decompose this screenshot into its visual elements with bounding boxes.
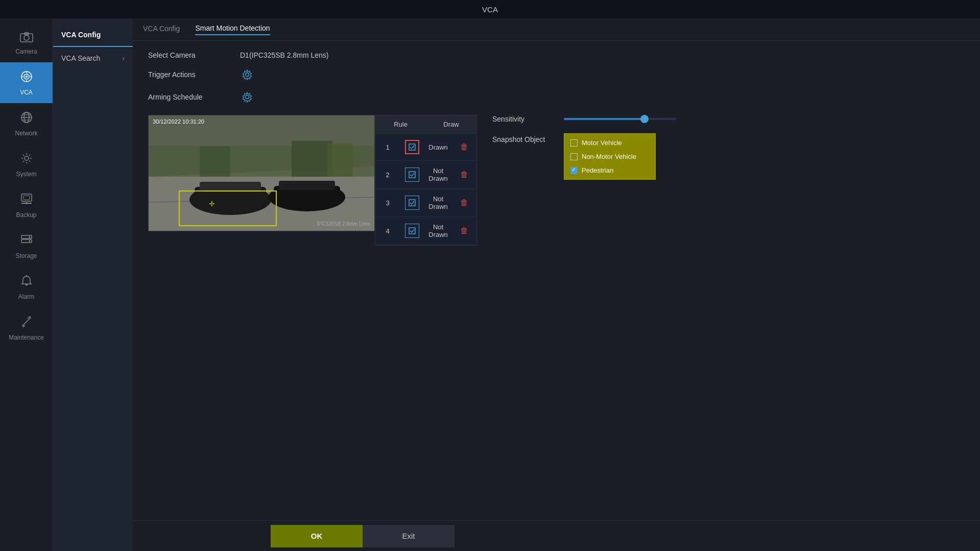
trigger-actions-row: Trigger Actions <box>148 67 965 82</box>
sidebar-label-alarm: Alarm <box>18 293 34 300</box>
rule-number-4: 4 <box>375 225 400 237</box>
sensitivity-slider-track[interactable] <box>564 118 676 120</box>
system-icon <box>19 151 34 167</box>
svg-line-51 <box>412 201 414 204</box>
tab-bar: VCA Config Smart Motion Detection <box>133 18 980 41</box>
maintenance-icon <box>19 315 34 331</box>
camera-icon <box>19 31 34 45</box>
alarm-icon <box>19 274 34 290</box>
svg-rect-16 <box>21 194 32 201</box>
svg-point-27 <box>246 95 249 99</box>
secondary-nav-label-vca-config: VCA Config <box>61 31 101 39</box>
storage-icon <box>19 233 34 249</box>
draw-btn-3[interactable] <box>400 194 424 212</box>
select-camera-value: D1(IPC325SB 2.8mm Lens) <box>240 51 329 59</box>
network-icon <box>19 110 34 127</box>
rule-status-2: Not Drawn <box>424 165 452 184</box>
sidebar-label-system: System <box>16 171 36 178</box>
sidebar-label-storage: Storage <box>15 252 37 259</box>
sidebar-item-network[interactable]: Network <box>0 103 53 144</box>
rules-table-header: Rule Draw <box>375 115 476 134</box>
sidebar-item-camera[interactable]: Camera <box>0 23 53 62</box>
trash-icon-3[interactable]: 🗑 <box>456 198 472 207</box>
svg-point-5 <box>26 76 28 78</box>
delete-btn-1[interactable]: 🗑 <box>452 140 476 154</box>
svg-rect-17 <box>23 196 30 200</box>
tab-smart-motion[interactable]: Smart Motion Detection <box>195 24 270 35</box>
rules-col-draw: Draw <box>426 115 476 133</box>
exit-button[interactable]: Exit <box>363 525 455 547</box>
rules-table: Rule Draw 1 <box>375 115 477 246</box>
sidebar-label-network: Network <box>15 130 37 137</box>
secondary-nav: VCA Config VCA Search › <box>53 18 133 551</box>
checkbox-motor-vehicle[interactable] <box>570 139 578 147</box>
svg-line-54 <box>412 229 414 232</box>
camera-view: 30/12/2022 10:31:20 <box>148 115 375 231</box>
option-label-motor-vehicle: Motor Vehicle <box>582 139 622 147</box>
draw-btn-2[interactable] <box>400 165 424 184</box>
snapshot-row: Snapshot Object Motor Vehicle Non-Motor … <box>492 133 965 180</box>
secondary-nav-item-vca-search[interactable]: VCA Search › <box>53 47 133 69</box>
snapshot-label: Snapshot Object <box>492 133 554 143</box>
option-non-motor-vehicle[interactable]: Non-Motor Vehicle <box>570 153 649 160</box>
sensitivity-slider-thumb[interactable] <box>640 115 649 123</box>
delete-btn-4[interactable]: 🗑 <box>452 224 476 237</box>
trash-icon-1[interactable]: 🗑 <box>456 142 472 152</box>
svg-rect-43 <box>409 144 415 150</box>
svg-point-1 <box>24 35 29 40</box>
trigger-actions-gear-button[interactable] <box>240 67 254 82</box>
select-camera-label: Select Camera <box>148 51 230 59</box>
ok-button[interactable]: OK <box>271 525 363 547</box>
table-row: 4 Not Drawn 🗑 <box>375 217 476 245</box>
checkbox-pedestrian[interactable] <box>570 167 578 174</box>
rule-number-1: 1 <box>375 141 400 153</box>
rule-number-2: 2 <box>375 169 400 181</box>
camera-watermark: IPC325SB 2.8mm Lens <box>317 221 371 227</box>
sidebar: Camera VCA <box>0 18 53 551</box>
rule-status-4: Not Drawn <box>424 221 452 241</box>
svg-rect-31 <box>292 141 332 177</box>
svg-line-48 <box>412 173 414 176</box>
chevron-right-icon: › <box>122 54 125 62</box>
tab-vca-config[interactable]: VCA Config <box>143 25 180 35</box>
sidebar-label-backup: Backup <box>16 211 36 219</box>
svg-rect-52 <box>409 228 415 234</box>
snapshot-object-dropdown[interactable]: Motor Vehicle Non-Motor Vehicle Pedestri… <box>564 133 656 180</box>
camera-rules-layout: 30/12/2022 10:31:20 <box>148 115 965 246</box>
svg-rect-46 <box>409 172 415 178</box>
sidebar-item-maintenance[interactable]: Maintenance <box>0 307 53 348</box>
table-row: 1 Drawn 🗑 <box>375 134 476 161</box>
table-row: 2 Not Drawn 🗑 <box>375 161 476 189</box>
draw-btn-4[interactable] <box>400 222 424 240</box>
delete-btn-2[interactable]: 🗑 <box>452 168 476 181</box>
camera-scene: ✛ <box>149 115 375 231</box>
rule-status-1: Drawn <box>424 141 452 153</box>
option-motor-vehicle[interactable]: Motor Vehicle <box>570 139 649 147</box>
arming-schedule-label: Arming Schedule <box>148 93 230 101</box>
arming-schedule-gear-button[interactable] <box>240 90 254 104</box>
top-bar: VCA <box>0 0 980 18</box>
option-pedestrian[interactable]: Pedestrian <box>570 166 649 174</box>
sidebar-item-backup[interactable]: Backup <box>0 185 53 226</box>
bottom-bar: OK Exit <box>133 520 980 551</box>
sidebar-item-alarm[interactable]: Alarm <box>0 267 53 307</box>
sidebar-item-system[interactable]: System <box>0 144 53 185</box>
vca-icon <box>19 69 34 86</box>
trash-icon-4[interactable]: 🗑 <box>456 226 472 235</box>
svg-point-23 <box>29 241 30 242</box>
main-content: Select Camera D1(IPC325SB 2.8mm Lens) Tr… <box>133 41 980 520</box>
svg-rect-33 <box>200 146 230 177</box>
checkbox-non-motor-vehicle[interactable] <box>570 153 578 160</box>
sidebar-item-storage[interactable]: Storage <box>0 226 53 267</box>
trigger-actions-label: Trigger Actions <box>148 70 230 79</box>
trash-icon-2[interactable]: 🗑 <box>456 170 472 179</box>
select-camera-row: Select Camera D1(IPC325SB 2.8mm Lens) <box>148 51 965 59</box>
content-area: VCA Config Smart Motion Detection Select… <box>133 18 980 551</box>
delete-btn-3[interactable]: 🗑 <box>452 196 476 209</box>
svg-rect-40 <box>279 181 335 190</box>
svg-text:✛: ✛ <box>209 200 215 208</box>
secondary-nav-item-vca-config[interactable]: VCA Config <box>53 23 133 47</box>
draw-btn-1[interactable] <box>400 138 424 156</box>
table-row: 3 Not Drawn 🗑 <box>375 189 476 217</box>
sidebar-item-vca[interactable]: VCA <box>0 62 53 103</box>
